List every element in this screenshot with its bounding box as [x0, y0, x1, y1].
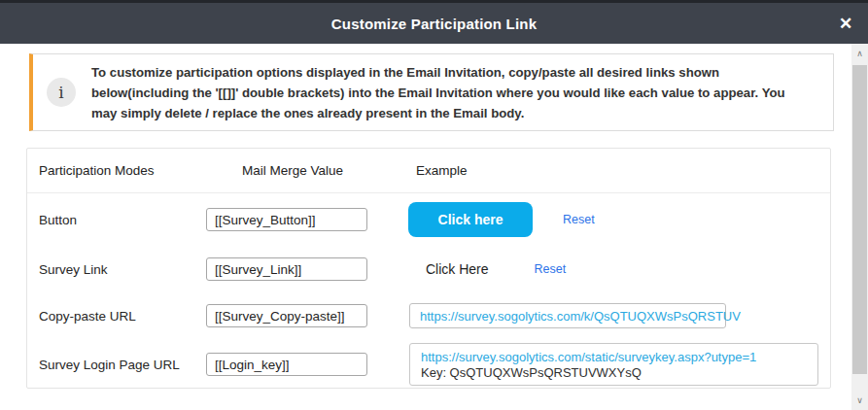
participation-table: Participation Modes Mail Merge Value Exa…: [26, 148, 831, 389]
modal-title: Customize Participation Link: [331, 16, 537, 32]
modal-header: Customize Participation Link ✕: [0, 3, 868, 44]
example-login-key-text: Key: QsQTUQXWsPsQRSTUVWXYsQ: [421, 365, 807, 380]
table-row-copy-paste-url: Copy-paste URL https://survey.sogolytics…: [27, 292, 830, 339]
table-row-button: Button Click here Reset: [27, 193, 830, 246]
row-label-survey-link: Survey Link: [27, 262, 206, 277]
scroll-up-icon[interactable]: ∧: [851, 46, 868, 61]
scroll-down-icon[interactable]: ∨: [851, 393, 868, 408]
info-text: To customize participation options displ…: [91, 62, 810, 123]
close-icon[interactable]: ✕: [834, 12, 857, 35]
vertical-scrollbar[interactable]: ∧ ∨: [851, 44, 868, 410]
example-click-here-button[interactable]: Click here: [408, 202, 533, 237]
table-header-row: Participation Modes Mail Merge Value Exa…: [27, 149, 830, 193]
header-example: Example: [408, 163, 830, 178]
table-row-survey-link: Survey Link Click Here Reset: [27, 246, 830, 292]
reset-link-survey-link-row[interactable]: Reset: [535, 262, 567, 276]
row-label-button: Button: [27, 213, 206, 227]
header-participation-modes: Participation Modes: [27, 163, 206, 178]
example-click-here-link[interactable]: Click Here: [426, 261, 489, 277]
row-label-copy-paste-url: Copy-paste URL: [27, 309, 206, 324]
example-login-url-link[interactable]: https://survey.sogolytics.com/static/sur…: [421, 350, 807, 364]
reset-link-button-row[interactable]: Reset: [563, 213, 595, 226]
table-row-login-page-url: Survey Login Page URL https://survey.sog…: [27, 339, 830, 390]
example-login-url-box: https://survey.sogolytics.com/static/sur…: [409, 343, 818, 386]
header-mail-merge-value: Mail Merge Value: [206, 163, 408, 178]
info-icon: i: [47, 78, 76, 107]
example-url-box: https://survey.sogolytics.com/k/QsQTUQXW…: [409, 303, 726, 328]
merge-input-login-key[interactable]: [206, 353, 367, 376]
info-banner: i To customize participation options dis…: [29, 53, 834, 131]
row-label-login-page-url: Survey Login Page URL: [27, 358, 206, 372]
scrollbar-thumb[interactable]: [852, 65, 867, 374]
example-survey-url-link[interactable]: https://survey.sogolytics.com/k/QsQTUQXW…: [420, 309, 741, 324]
merge-input-survey-button[interactable]: [206, 208, 367, 231]
merge-input-copy-paste[interactable]: [206, 304, 367, 327]
merge-input-survey-link[interactable]: [206, 257, 367, 281]
modal-body: i To customize participation options dis…: [0, 44, 851, 410]
